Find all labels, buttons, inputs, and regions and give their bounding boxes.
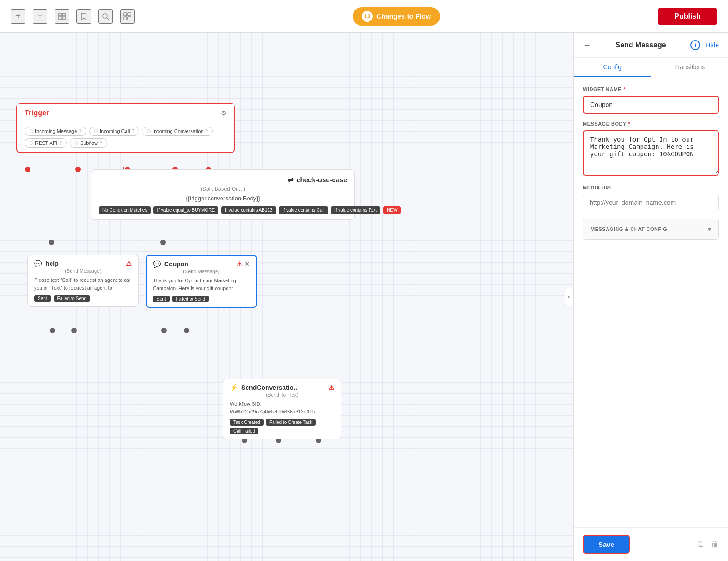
tag-rest-api[interactable]: REST API ?	[25, 138, 67, 148]
send-conv-icon: ⚡	[230, 384, 238, 391]
coupon-tag-failed[interactable]: Failed to Send	[172, 296, 209, 302]
messaging-config-section[interactable]: MESSAGING & CHAT CONFIG ▾	[583, 219, 719, 240]
tab-config[interactable]: Config	[574, 58, 651, 77]
zoom-out-button[interactable]: −	[33, 9, 47, 24]
grid-button[interactable]	[120, 9, 135, 24]
zoom-in-button[interactable]: +	[11, 9, 25, 24]
collapse-panel-button[interactable]: «	[565, 288, 574, 306]
help-node-body: Please text "Call" to request an agent t…	[34, 276, 132, 291]
coupon-node-icons: ⚠ ✕	[237, 260, 250, 268]
svg-rect-6	[124, 13, 127, 16]
help-node-tags: Sent Failed to Send	[34, 295, 132, 302]
svg-point-13	[75, 167, 81, 172]
message-body-textarea[interactable]: Thank you for Opt In to our Marketing Ca…	[583, 130, 719, 176]
panel-header-actions: i Hide	[690, 40, 719, 50]
tab-transitions[interactable]: Transitions	[651, 58, 728, 77]
svg-rect-0	[59, 13, 61, 16]
svg-point-4	[103, 14, 107, 18]
check-node-sub: (Split Based On...)	[99, 186, 347, 192]
check-node-tags: No Condition Matches If value equal_to B…	[99, 206, 347, 214]
coupon-node-tags: Sent Failed to Send	[153, 296, 250, 302]
check-use-case-node[interactable]: ⇌ check-use-case (Split Based On...) {{t…	[91, 169, 355, 220]
right-panel: « ← Send Message i Hide Config Transitio…	[573, 33, 728, 561]
tag-incoming-message[interactable]: Incoming Message ?	[25, 127, 86, 136]
send-conv-node[interactable]: ⚡ SendConversatio... ⚠ (Send To Flex) Wo…	[223, 379, 341, 439]
changes-count: 13	[362, 11, 373, 22]
panel-footer: Save ⧉ 🗑	[574, 527, 728, 561]
coupon-close-icon[interactable]: ✕	[244, 260, 250, 268]
coupon-node-name: Coupon	[164, 260, 188, 268]
hide-button[interactable]: Hide	[706, 41, 719, 49]
send-conv-sub: (Send To Flex)	[230, 392, 334, 398]
check-tag-ab123[interactable]: If value contains AB123	[221, 206, 276, 214]
tag-incoming-conversation[interactable]: Incoming Conversation ?	[142, 127, 213, 136]
send-conv-name: SendConversatio...	[241, 384, 299, 391]
fit-button[interactable]	[55, 9, 69, 24]
media-url-label: MEDIA URL	[583, 185, 719, 190]
info-icon[interactable]: i	[690, 40, 700, 50]
coupon-warning-icon: ⚠	[237, 260, 243, 268]
help-node-name: help	[46, 260, 59, 267]
search-button[interactable]	[98, 9, 113, 24]
publish-button[interactable]: Publish	[658, 8, 717, 25]
svg-point-23	[161, 328, 167, 333]
svg-point-12	[25, 167, 30, 172]
changes-label: Changes to Flow	[376, 12, 431, 20]
help-node-icons: ⚠	[126, 260, 132, 267]
svg-rect-9	[128, 17, 131, 20]
toolbar: + − 13 Changes to Flow Publish	[0, 0, 728, 33]
help-tag-failed[interactable]: Failed to Send	[54, 295, 91, 302]
chevron-down-icon: ▾	[708, 225, 711, 233]
svg-point-22	[71, 328, 77, 333]
send-conv-tag-task-created[interactable]: Task Created	[230, 419, 264, 426]
send-conv-body: Workflow SID: WWb22a09cc24b6fcbdb636a313…	[230, 400, 334, 415]
coupon-node-body: Thank you for Opt In to our Marketing Ca…	[153, 277, 250, 292]
coupon-tag-sent[interactable]: Sent	[153, 296, 170, 302]
tag-incoming-call[interactable]: Incoming Call ?	[89, 127, 139, 136]
send-conv-tag-failed-create[interactable]: Failed to Create Task	[266, 419, 316, 426]
check-node-body: {{trigger.conversation.Body}}	[99, 195, 347, 202]
bookmark-button[interactable]	[76, 9, 91, 24]
svg-rect-3	[62, 17, 65, 20]
canvas[interactable]: Trigger ⚙ Incoming Message ? Incoming Ca…	[0, 33, 573, 561]
check-tag-text[interactable]: If value contains Text	[331, 206, 380, 214]
svg-point-24	[184, 328, 189, 333]
send-conv-header: ⚡ SendConversatio... ⚠	[230, 384, 334, 391]
toolbar-center: 13 Changes to Flow	[142, 7, 651, 26]
svg-point-21	[50, 328, 55, 333]
svg-point-17	[49, 240, 54, 245]
help-warning-icon: ⚠	[126, 260, 132, 267]
main-area: Trigger ⚙ Incoming Message ? Incoming Ca…	[0, 33, 728, 561]
help-msg-icon: 💬	[34, 260, 42, 267]
trigger-tags: Incoming Message ? Incoming Call ? Incom…	[17, 122, 234, 152]
help-tag-sent[interactable]: Sent	[34, 295, 51, 302]
coupon-node-sub: (Send Message)	[153, 269, 250, 274]
coupon-node-header: 💬 Coupon ⚠ ✕	[153, 260, 250, 268]
check-tag-new[interactable]: NEW	[383, 206, 401, 214]
send-conv-tags: Task Created Failed to Create Task Call …	[230, 419, 334, 434]
changes-badge[interactable]: 13 Changes to Flow	[353, 7, 440, 26]
svg-rect-1	[62, 13, 65, 16]
svg-rect-7	[128, 13, 131, 16]
help-node[interactable]: 💬 help ⚠ (Send Message) Please text "Cal…	[27, 255, 139, 307]
svg-rect-8	[124, 17, 127, 20]
back-button[interactable]: ←	[583, 41, 591, 50]
delete-icon[interactable]: 🗑	[711, 540, 719, 549]
trigger-node[interactable]: Trigger ⚙ Incoming Message ? Incoming Ca…	[16, 103, 235, 153]
panel-tabs: Config Transitions	[574, 58, 728, 77]
coupon-node[interactable]: 💬 Coupon ⚠ ✕ (Send Message) Thank you fo…	[146, 255, 257, 308]
save-button[interactable]: Save	[583, 535, 630, 554]
send-conv-tag-call-failed[interactable]: Call Failed	[230, 428, 258, 434]
tag-subflow[interactable]: Subflow ?	[70, 138, 107, 148]
check-tag-call[interactable]: If value contains Call	[279, 206, 328, 214]
help-node-sub: (Send Message)	[34, 268, 132, 274]
media-url-input[interactable]	[583, 194, 719, 211]
widget-name-input[interactable]	[583, 96, 719, 114]
help-node-header: 💬 help ⚠	[34, 260, 132, 267]
svg-point-19	[160, 240, 166, 245]
check-tag-no-condition[interactable]: No Condition Matches	[99, 206, 151, 214]
svg-rect-2	[59, 17, 61, 20]
trigger-title: Trigger	[25, 109, 49, 117]
check-tag-buymore[interactable]: If value equal_to BUYMORE	[153, 206, 218, 214]
copy-icon[interactable]: ⧉	[698, 540, 703, 549]
